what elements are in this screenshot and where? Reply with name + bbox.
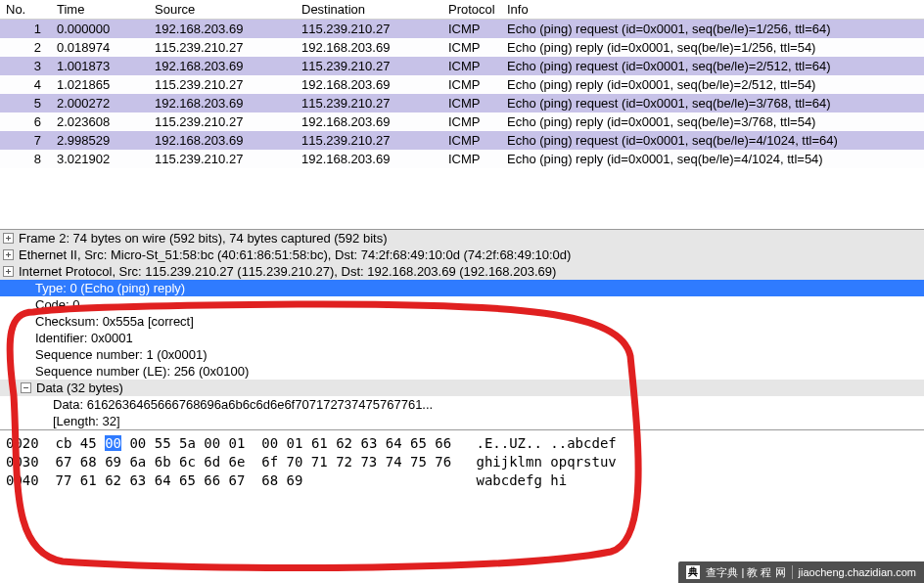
- table-row[interactable]: 41.021865115.239.210.27192.168.203.69ICM…: [0, 75, 924, 94]
- packet-table: No. Time Source Destination Protocol Inf…: [0, 0, 924, 168]
- cell-time: 1.001873: [51, 57, 149, 75]
- watermark: 典 查字典 | 教 程 网 jiaocheng.chazidian.com: [678, 561, 924, 583]
- detail-data-header[interactable]: Data (32 bytes): [0, 380, 924, 396]
- cell-dst: 192.168.203.69: [296, 75, 442, 94]
- detail-frame[interactable]: Frame 2: 74 bytes on wire (592 bits), 74…: [0, 230, 924, 247]
- cell-no: 3: [0, 57, 51, 75]
- cell-no: 8: [0, 150, 51, 168]
- detail-icmp-type-text: Type: 0 (Echo (ping) reply): [35, 281, 185, 295]
- detail-ip[interactable]: Internet Protocol, Src: 115.239.210.27 (…: [0, 263, 924, 280]
- cell-src: 192.168.203.69: [149, 94, 296, 112]
- cell-info: Echo (ping) request (id=0x0001, seq(be/l…: [501, 94, 924, 112]
- table-row[interactable]: 31.001873192.168.203.69115.239.210.27ICM…: [0, 57, 924, 75]
- col-header-proto[interactable]: Protocol: [442, 0, 501, 20]
- cell-dst: 115.239.210.27: [296, 94, 442, 112]
- cell-no: 4: [0, 75, 51, 94]
- cell-dst: 192.168.203.69: [296, 112, 442, 131]
- cell-dst: 115.239.210.27: [296, 20, 442, 39]
- hex-offset: 0020: [6, 435, 39, 451]
- detail-icmp-seq-text: Sequence number: 1 (0x0001): [35, 347, 208, 362]
- detail-ip-text: Internet Protocol, Src: 115.239.210.27 (…: [19, 264, 556, 279]
- col-header-dst[interactable]: Destination: [296, 0, 442, 20]
- cell-no: 6: [0, 112, 51, 131]
- cell-src: 115.239.210.27: [149, 75, 296, 94]
- col-header-time[interactable]: Time: [51, 0, 149, 20]
- cell-info: Echo (ping) request (id=0x0001, seq(be/l…: [501, 131, 924, 150]
- cell-no: 7: [0, 131, 51, 150]
- cell-time: 1.021865: [51, 75, 149, 94]
- cell-info: Echo (ping) reply (id=0x0001, seq(be/le)…: [501, 150, 924, 168]
- watermark-logo-icon: 典: [686, 565, 700, 579]
- packet-table-header: No. Time Source Destination Protocol Inf…: [0, 0, 924, 20]
- cell-proto: ICMP: [442, 150, 501, 168]
- watermark-brand: 查字典 | 教 程 网: [706, 565, 785, 580]
- expand-icon[interactable]: [3, 233, 14, 244]
- cell-time: 2.998529: [51, 131, 149, 150]
- cell-time: 0.018974: [51, 38, 149, 57]
- detail-icmp-identifier[interactable]: Identifier: 0x0001: [0, 330, 924, 346]
- table-row[interactable]: 52.000272192.168.203.69115.239.210.27ICM…: [0, 94, 924, 112]
- cell-time: 0.000000: [51, 20, 149, 39]
- cell-info: Echo (ping) reply (id=0x0001, seq(be/le)…: [501, 75, 924, 94]
- cell-proto: ICMP: [442, 57, 501, 75]
- table-row[interactable]: 20.018974115.239.210.27192.168.203.69ICM…: [0, 38, 924, 57]
- detail-icmp-code[interactable]: Code: 0: [0, 296, 924, 313]
- detail-ethernet[interactable]: Ethernet II, Src: Micro-St_51:58:bc (40:…: [0, 247, 924, 263]
- packet-details: Frame 2: 74 bytes on wire (592 bits), 74…: [0, 229, 924, 429]
- detail-icmp-seq[interactable]: Sequence number: 1 (0x0001): [0, 346, 924, 363]
- expand-icon[interactable]: [3, 249, 14, 260]
- detail-icmp-type[interactable]: Type: 0 (Echo (ping) reply): [0, 280, 924, 296]
- cell-proto: ICMP: [442, 20, 501, 39]
- detail-icmp-checksum[interactable]: Checksum: 0x555a [correct]: [0, 313, 924, 330]
- col-header-no[interactable]: No.: [0, 0, 51, 20]
- cell-src: 115.239.210.27: [149, 150, 296, 168]
- cell-info: Echo (ping) request (id=0x0001, seq(be/l…: [501, 20, 924, 39]
- detail-ethernet-text: Ethernet II, Src: Micro-St_51:58:bc (40:…: [19, 247, 571, 262]
- cell-dst: 115.239.210.27: [296, 131, 442, 150]
- expand-icon[interactable]: [3, 266, 14, 277]
- detail-icmp-checksum-text: Checksum: 0x555a [correct]: [35, 314, 194, 329]
- cell-proto: ICMP: [442, 112, 501, 131]
- detail-icmp-identifier-text: Identifier: 0x0001: [35, 331, 133, 345]
- hex-offset: 0030: [6, 454, 39, 470]
- cell-no: 2: [0, 38, 51, 57]
- cell-info: Echo (ping) request (id=0x0001, seq(be/l…: [501, 57, 924, 75]
- detail-icmp-seq-le[interactable]: Sequence number (LE): 256 (0x0100): [0, 363, 924, 380]
- col-header-src[interactable]: Source: [149, 0, 296, 20]
- hex-offset: 0040: [6, 472, 39, 488]
- table-row[interactable]: 62.023608115.239.210.27192.168.203.69ICM…: [0, 112, 924, 131]
- cell-src: 192.168.203.69: [149, 131, 296, 150]
- detail-data-header-text: Data (32 bytes): [36, 381, 123, 395]
- hex-ascii: ghijklmn opqrstuv: [476, 454, 616, 470]
- cell-src: 192.168.203.69: [149, 57, 296, 75]
- hex-pane[interactable]: 0020 cb 45 00 00 55 5a 00 01 00 01 61 62…: [0, 429, 924, 494]
- cell-info: Echo (ping) reply (id=0x0001, seq(be/le)…: [501, 112, 924, 131]
- cell-src: 115.239.210.27: [149, 38, 296, 57]
- collapse-icon[interactable]: [21, 382, 31, 393]
- detail-data-length[interactable]: [Length: 32]: [0, 413, 924, 429]
- detail-data-value-text: Data: 6162636465666768696a6b6c6d6e6f7071…: [53, 397, 433, 412]
- cell-proto: ICMP: [442, 94, 501, 112]
- col-header-info[interactable]: Info: [501, 0, 924, 20]
- hex-highlight: 00: [105, 435, 121, 451]
- cell-info: Echo (ping) reply (id=0x0001, seq(be/le)…: [501, 38, 924, 57]
- cell-no: 5: [0, 94, 51, 112]
- table-row[interactable]: 72.998529192.168.203.69115.239.210.27ICM…: [0, 131, 924, 150]
- cell-no: 1: [0, 20, 51, 39]
- cell-src: 115.239.210.27: [149, 112, 296, 131]
- hex-ascii: wabcdefg hi: [476, 472, 567, 488]
- hex-ascii: .E..UZ.. ..abcdef: [476, 435, 616, 451]
- detail-icmp-seq-le-text: Sequence number (LE): 256 (0x0100): [35, 364, 249, 379]
- cell-time: 2.023608: [51, 112, 149, 131]
- detail-frame-text: Frame 2: 74 bytes on wire (592 bits), 74…: [19, 231, 387, 246]
- cell-proto: ICMP: [442, 131, 501, 150]
- detail-icmp-code-text: Code: 0: [35, 297, 80, 312]
- cell-time: 3.021902: [51, 150, 149, 168]
- cell-dst: 115.239.210.27: [296, 57, 442, 75]
- detail-data-value[interactable]: Data: 6162636465666768696a6b6c6d6e6f7071…: [0, 396, 924, 413]
- table-row[interactable]: 83.021902115.239.210.27192.168.203.69ICM…: [0, 150, 924, 168]
- table-row[interactable]: 10.000000192.168.203.69115.239.210.27ICM…: [0, 20, 924, 39]
- cell-proto: ICMP: [442, 75, 501, 94]
- cell-time: 2.000272: [51, 94, 149, 112]
- cell-proto: ICMP: [442, 38, 501, 57]
